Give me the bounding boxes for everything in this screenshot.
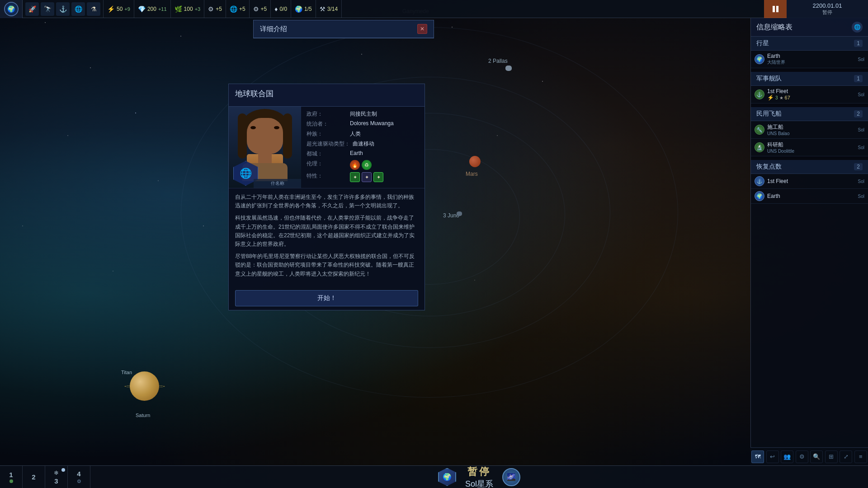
panel-nav-expand-icon[interactable]: ⤢: [840, 450, 852, 463]
research-resource[interactable]: ⚙ +5: [204, 0, 226, 18]
system-emblem[interactable]: 🌍: [438, 468, 456, 486]
bottom-bar: 1 2 ❄ 3 4 ⚙ 🌍 暂停 Sol星系 🌌: [0, 465, 868, 488]
modal-close-button[interactable]: ✕: [417, 24, 427, 34]
panel-bottom-nav: 🗺 ↩ 👥 ⚙ 🔍 ⊞ ⤢ ≡: [750, 447, 868, 465]
ruler-value: Dolores Muwanga: [350, 120, 394, 127]
ethic-icon-1: 🔥: [350, 160, 360, 170]
emblem-icon: 🌐: [240, 168, 252, 179]
portrait-eye-left: [250, 126, 256, 129]
minerals-resource[interactable]: 💎 200 +11: [134, 0, 171, 18]
start-game-button[interactable]: 开始！: [235, 290, 418, 306]
speed-3-button[interactable]: ❄ 3: [45, 466, 68, 488]
date-display: 2200.01.01 暂停: [787, 0, 868, 18]
engineering-resource[interactable]: ⚙ +5: [250, 0, 271, 18]
section-gap-1: [751, 68, 868, 72]
portrait-eye-right: [274, 126, 279, 129]
survey-icon[interactable]: 🔭: [41, 2, 54, 16]
panel-title: 信息缩略表: [756, 23, 793, 32]
pallas-body[interactable]: [505, 66, 512, 71]
panel-header: 信息缩略表 🌐: [751, 18, 868, 37]
planet-icon[interactable]: 🌐: [71, 2, 85, 16]
speed-1-button[interactable]: 1: [0, 466, 23, 488]
speed-4-num: 4: [77, 470, 80, 478]
trait-icon-3: ✦: [373, 172, 383, 182]
pause-info: 暂停 Sol星系: [465, 465, 493, 488]
speed-3-num: 3: [54, 477, 58, 485]
fleet-location: Sol: [858, 92, 864, 97]
portrait-name-badge: 什名称: [254, 179, 301, 188]
food-value: 100: [184, 6, 193, 12]
fleet-count: 1: [854, 75, 863, 82]
recovery-earth-item[interactable]: 🌍 Earth Sol: [751, 189, 868, 204]
panel-nav-people-icon[interactable]: 👥: [781, 450, 793, 463]
engineering-value: +5: [261, 6, 267, 12]
pause-label: 暂停: [822, 9, 832, 16]
panel-nav-settings-icon[interactable]: ⚙: [796, 450, 808, 463]
civ-stats: 政府： 间接民主制 统治者： Dolores Muwanga 种族： 人类 超光…: [301, 107, 425, 188]
minerals-income: +11: [158, 6, 167, 12]
fleet-icon[interactable]: ⚓: [56, 2, 70, 16]
tech-icon[interactable]: ⚗: [87, 2, 100, 16]
info-panel: 信息缩略表 🌐 行星 1 🌍 Earth 大陆世界 Sol 军事舰队 1: [750, 18, 868, 465]
panel-icon-button[interactable]: 🌐: [852, 22, 863, 33]
empire-icon-button[interactable]: 🌍: [0, 0, 23, 18]
planets-title: 行星: [756, 39, 769, 47]
pause-button[interactable]: [764, 0, 787, 18]
panel-nav-menu-icon[interactable]: ≡: [854, 450, 867, 463]
panel-nav-map-icon[interactable]: 🗺: [751, 450, 764, 463]
energy-icon: ⚡: [107, 5, 115, 13]
civ-card: 地球联合国 🌐 什名称 政府: [228, 84, 425, 310]
section-gap-2: [751, 103, 868, 107]
influence-resource[interactable]: 🌐 +5: [226, 0, 250, 18]
recovery-fleet-name: 1st Fleet: [767, 178, 855, 184]
galaxy-emblem[interactable]: 🌌: [502, 468, 520, 486]
unity-resource[interactable]: ♦ 0/0: [271, 0, 291, 18]
colonize-icon[interactable]: 🚀: [25, 2, 39, 16]
civ-header: 地球联合国: [229, 84, 425, 107]
recovery-title: 恢复点数: [756, 163, 782, 171]
construction-ship-item[interactable]: 🔧 施工船 UNS Balao Sol: [751, 121, 868, 139]
fleet-badge: ⚡ 3 ★ 67: [767, 94, 855, 101]
modal-title: 详细介绍: [260, 25, 287, 33]
panel-nav-zoom-icon[interactable]: 🔍: [810, 450, 823, 463]
speed-4-label: ⚙: [77, 479, 81, 484]
pop-resource[interactable]: 🌍 1/5: [291, 0, 316, 18]
empire-logo: 🌍: [4, 2, 19, 16]
food-resource[interactable]: 🌿 100 +3: [171, 0, 205, 18]
recovery-fleet-item[interactable]: ⚓ 1st Fleet Sol: [751, 174, 868, 189]
recovery-fleet-info: 1st Fleet: [767, 178, 855, 184]
action-icons-group: 🚀 🔭 ⚓ 🌐 ⚗: [23, 0, 104, 18]
energy-resource[interactable]: ⚡ 50 +9: [104, 0, 134, 18]
capital-value: Earth: [350, 150, 363, 156]
energy-value: 50: [117, 6, 123, 12]
construction-ship-name: 施工船: [767, 123, 855, 131]
recovery-earth-name: Earth: [767, 193, 855, 199]
lore-paragraph-3: 尽管88年的毛里塔尼亚警察行动让某些人厌恶大权独揽的联合国，但不可反驳的是：联合…: [235, 252, 418, 278]
speed-2-button[interactable]: 2: [23, 466, 45, 488]
engineering-icon: ⚙: [253, 5, 259, 13]
section-gap-3: [751, 156, 868, 160]
food-icon: 🌿: [175, 5, 182, 13]
speed-4-button[interactable]: 4 ⚙: [68, 466, 90, 488]
ftl-label: 超光速驱动类型：: [307, 140, 350, 148]
fleet-item[interactable]: ⚓ 1st Fleet ⚡ 3 ★ 67 Sol: [751, 86, 868, 103]
science-ship-name: 科研船: [767, 141, 855, 149]
planets-section-header: 行星 1: [751, 37, 868, 51]
civilian-section-header: 民用飞船 2: [751, 107, 868, 121]
recovery-section-header: 恢复点数 2: [751, 160, 868, 174]
ethics-row: 伦理： 🔥 ♻: [307, 160, 419, 170]
traits-label: 特性：: [307, 172, 347, 180]
alloys-resource[interactable]: ⚒ 3/14: [316, 0, 342, 18]
recovery-fleet-location: Sol: [858, 179, 864, 184]
fleet-name: 1st Fleet: [767, 88, 855, 94]
pop-icon: 🌍: [295, 5, 302, 13]
panel-nav-back-icon[interactable]: ↩: [766, 450, 779, 463]
portrait-hair-right: [283, 113, 292, 159]
earth-info: Earth 大陆世界: [767, 53, 855, 66]
science-ship-item[interactable]: 🔬 科研船 UNS Doolittle Sol: [751, 139, 868, 156]
alloys-icon: ⚒: [320, 5, 326, 13]
modal-header: 详细介绍 ✕: [254, 20, 434, 38]
panel-nav-grid-icon[interactable]: ⊞: [825, 450, 838, 463]
government-label: 政府：: [307, 110, 347, 118]
earth-planet-item[interactable]: 🌍 Earth 大陆世界 Sol: [751, 51, 868, 68]
